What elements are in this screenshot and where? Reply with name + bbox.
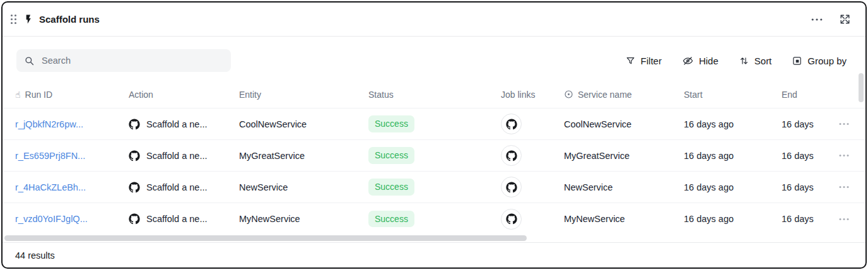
entity-label: CoolNewService [239, 119, 368, 129]
ellipsis-icon [839, 122, 849, 126]
ellipsis-icon [839, 154, 849, 157]
widget-header: Scaffold runs [3, 3, 865, 37]
end-time-label: 16 days [782, 182, 837, 192]
entity-label: MyGreatService [239, 151, 368, 161]
filter-button[interactable]: Filter [625, 56, 662, 66]
table-row: r_4HaCkZLeBh... Scaffold a ne... NewServ… [3, 172, 865, 203]
row-actions-button[interactable] [837, 152, 851, 159]
group-by-label: Group by [807, 56, 847, 66]
table-row: r_Es659Prj8FN... Scaffold a ne... MyGrea… [3, 140, 865, 172]
status-badge: Success [368, 115, 414, 132]
horizontal-scrollbar-thumb[interactable] [4, 235, 527, 241]
job-link-github-button[interactable] [501, 114, 522, 134]
job-link-github-button[interactable] [501, 177, 522, 197]
sort-arrows-icon [739, 56, 749, 66]
status-badge: Success [368, 211, 414, 227]
run-id-link[interactable]: r_Es659Prj8FN... [15, 151, 85, 161]
run-id-link[interactable]: r_4HaCkZLeBh... [15, 182, 86, 192]
start-time-label: 16 days ago [684, 119, 782, 129]
toolbar-actions: Filter Hide [625, 49, 847, 72]
search-input[interactable] [40, 55, 223, 66]
ellipsis-icon [811, 18, 823, 21]
ellipsis-icon [839, 218, 849, 221]
github-icon [129, 182, 140, 193]
job-link-github-button[interactable] [501, 145, 522, 166]
column-header-run-id[interactable]: ☝ Run ID [15, 90, 129, 100]
column-header-job-links[interactable]: Job links [501, 90, 564, 100]
entity-label: MyNewService [239, 214, 368, 224]
row-actions-button[interactable] [837, 184, 851, 191]
column-header-action[interactable]: Action [129, 90, 239, 100]
hide-button[interactable]: Hide [682, 55, 718, 67]
row-actions-button[interactable] [837, 216, 851, 223]
search-input-container [16, 49, 231, 72]
job-link-github-button[interactable] [501, 209, 522, 230]
github-icon [129, 119, 140, 130]
expand-icon [839, 13, 851, 25]
tap-icon: ☝ [15, 90, 21, 99]
start-time-label: 16 days ago [684, 214, 782, 224]
scaffold-runs-widget: Scaffold runs [1, 1, 867, 269]
action-label: Scaffold a ne... [146, 182, 207, 192]
service-name-label: NewService [564, 182, 684, 192]
column-header-status[interactable]: Status [368, 90, 501, 100]
horizontal-scrollbar-track [3, 235, 865, 242]
end-time-label: 16 days [782, 119, 837, 129]
search-icon [24, 56, 35, 66]
lightning-bolt-icon [23, 14, 33, 25]
action-label: Scaffold a ne... [146, 151, 207, 161]
start-time-label: 16 days ago [684, 182, 782, 192]
widget-header-left: Scaffold runs [10, 14, 100, 25]
table-header-row: ☝ Run ID Action Entity Status Job links … [3, 81, 865, 109]
action-label: Scaffold a ne... [146, 119, 207, 129]
action-label: Scaffold a ne... [146, 214, 207, 224]
results-count: 44 results [15, 250, 55, 261]
github-icon [129, 213, 140, 225]
expand-button[interactable] [837, 11, 853, 27]
github-icon [129, 150, 140, 161]
hide-label: Hide [699, 56, 718, 66]
widget-title: Scaffold runs [39, 14, 100, 25]
run-id-link[interactable]: r_vzd0YoIFJglQ... [15, 214, 88, 224]
more-options-button[interactable] [809, 16, 824, 23]
filter-label: Filter [641, 56, 662, 66]
widget-header-actions [809, 11, 853, 27]
group-by-icon [792, 56, 802, 66]
ellipsis-icon [839, 185, 849, 189]
row-actions-button[interactable] [837, 120, 851, 127]
vertical-scrollbar-thumb[interactable] [859, 73, 864, 102]
drag-handle-icon[interactable] [10, 14, 17, 25]
table-row: r_vzd0YoIFJglQ... Scaffold a ne... MyNew… [3, 203, 865, 235]
column-header-end[interactable]: End [782, 90, 837, 100]
table-row: r_jQbkfN2r6pw... Scaffold a ne... CoolNe… [3, 109, 865, 140]
sort-button[interactable]: Sort [739, 56, 772, 66]
service-name-label: CoolNewService [564, 119, 684, 129]
group-by-button[interactable]: Group by [792, 56, 847, 66]
table-toolbar: Filter Hide [3, 37, 865, 81]
widget-footer: 44 results [3, 242, 865, 267]
end-time-label: 16 days [782, 214, 837, 224]
column-header-service-name[interactable]: Service name [564, 90, 684, 100]
column-header-start[interactable]: Start [684, 90, 782, 100]
service-name-label: MyNewService [564, 214, 684, 224]
start-time-label: 16 days ago [684, 151, 782, 161]
status-badge: Success [368, 179, 414, 195]
end-time-label: 16 days [782, 151, 837, 161]
column-header-entity[interactable]: Entity [239, 90, 368, 100]
circled-dot-icon [564, 90, 573, 99]
sort-label: Sort [754, 56, 772, 66]
runs-table: ☝ Run ID Action Entity Status Job links … [3, 81, 865, 235]
entity-label: NewService [239, 182, 368, 192]
filter-icon [625, 56, 636, 66]
eye-slash-icon [682, 55, 694, 67]
status-badge: Success [368, 147, 414, 163]
service-name-label: MyGreatService [564, 151, 684, 161]
run-id-link[interactable]: r_jQbkfN2r6pw... [15, 119, 83, 129]
